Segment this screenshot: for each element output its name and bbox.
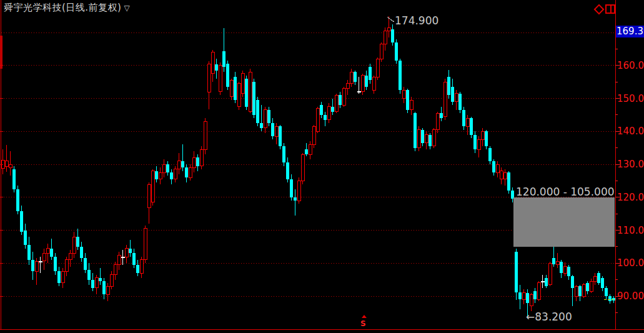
candle-up — [241, 74, 244, 94]
candle-up — [9, 164, 12, 167]
candle-down — [76, 237, 79, 247]
candle-down — [252, 82, 255, 115]
candle-up — [159, 172, 162, 179]
candle-down — [20, 211, 23, 232]
candle-up — [410, 100, 413, 110]
chevron-down-icon[interactable]: ▽ — [124, 4, 130, 12]
candle-down — [601, 278, 604, 288]
candle-down — [196, 157, 199, 166]
candle-down — [181, 161, 184, 168]
candle-up — [357, 92, 360, 92]
candle-up — [496, 164, 499, 172]
price-label: 150.00 — [617, 93, 644, 104]
peak-leader-line — [387, 17, 394, 22]
candle-up — [593, 276, 597, 281]
candle-down — [518, 292, 522, 300]
candle-down — [339, 95, 342, 105]
candle-up — [503, 172, 507, 179]
candle-up — [301, 154, 304, 181]
candle-up — [361, 76, 364, 92]
candle-up — [376, 59, 379, 77]
candle-up — [556, 262, 559, 265]
candle-down — [102, 281, 106, 294]
candle-down — [421, 130, 424, 143]
candle-down — [488, 148, 492, 161]
candle-up — [425, 135, 428, 143]
candle-down — [369, 67, 372, 80]
candle-up — [432, 130, 435, 146]
left-scroll-indicator[interactable] — [0, 36, 2, 69]
candle-up — [346, 84, 349, 89]
candle-down — [586, 283, 589, 291]
candle-down — [608, 296, 612, 301]
candle-up — [522, 293, 525, 300]
candle-down — [267, 110, 270, 123]
candlestick-chart[interactable]: 160.00150.00140.00130.00120.00110.00100.… — [0, 0, 644, 333]
candle-down — [129, 249, 132, 254]
candle-down — [132, 253, 136, 264]
price-label: 90.00 — [617, 291, 644, 302]
candle-down — [462, 110, 465, 126]
low-price-label: 83.200 — [535, 311, 572, 323]
signal-up-arrow-icon — [362, 315, 367, 318]
candle-up — [372, 77, 375, 90]
candle-up — [417, 130, 420, 148]
candle-up — [387, 27, 390, 31]
range-selection-box[interactable] — [513, 197, 615, 247]
candle-up — [110, 275, 113, 286]
candle-down — [279, 126, 282, 146]
range-box-annotation: 120.000 - 105.000 — [516, 186, 615, 198]
candle-up — [200, 149, 203, 166]
candle-up — [548, 263, 552, 284]
candle-up — [174, 169, 177, 179]
candle-up — [204, 121, 207, 149]
candle-up — [436, 113, 439, 129]
candle-down — [365, 76, 368, 87]
price-label: 120.00 — [617, 192, 644, 203]
candle-up — [140, 260, 143, 273]
candle-up — [563, 267, 567, 274]
price-label: 160.00 — [617, 60, 644, 71]
candle-up — [309, 144, 312, 154]
price-label: 100.00 — [617, 257, 644, 269]
candle-up — [192, 157, 196, 167]
candle-down — [545, 278, 548, 286]
candle-down — [245, 79, 248, 107]
candle-down — [31, 260, 34, 271]
candle-down — [290, 179, 293, 197]
candle-down — [294, 197, 297, 201]
candle-down — [451, 87, 454, 102]
candle-down — [16, 189, 19, 211]
candle-down — [27, 245, 31, 260]
chart-title[interactable]: 舜宇光学科技(日线.前复权)▽ — [4, 2, 130, 14]
signal-marker[interactable]: S — [360, 319, 366, 328]
candle-down — [429, 135, 432, 146]
candle-up — [455, 94, 458, 102]
candle-up — [275, 126, 278, 136]
candle-up — [500, 171, 503, 179]
candle-up — [211, 52, 214, 74]
candle-up — [219, 66, 222, 92]
candle-up — [342, 89, 345, 105]
candle-down — [485, 131, 488, 146]
split-window-icon[interactable] — [605, 4, 615, 14]
candle-up — [162, 164, 166, 172]
candle-up — [106, 286, 109, 294]
candle-down — [57, 271, 61, 282]
candle-down — [447, 77, 450, 95]
candle-up — [443, 82, 447, 116]
candle-down — [552, 258, 555, 264]
candle-up — [264, 110, 267, 128]
split-window-icon-bar — [610, 6, 612, 12]
candle-down — [215, 64, 218, 71]
candle-down — [470, 118, 473, 134]
candle-up — [42, 253, 46, 261]
axis-cursor-price-badge: 169.39 — [616, 26, 644, 37]
candle-down — [256, 100, 259, 123]
candle-down — [226, 64, 229, 87]
candle-up — [151, 171, 154, 202]
candle-up — [402, 90, 405, 98]
candle-up — [380, 44, 383, 59]
candle-down — [54, 257, 57, 272]
candle-up — [39, 261, 42, 262]
